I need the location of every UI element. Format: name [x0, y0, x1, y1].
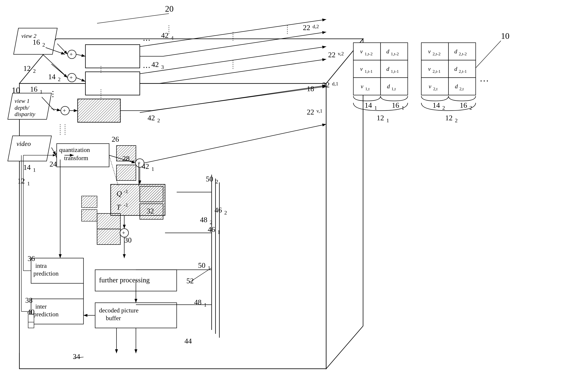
hatch-small-1: [82, 196, 97, 208]
label-quantization: quantization: [59, 146, 90, 153]
label-50-2: 50: [206, 175, 213, 183]
svg-text:d: d: [386, 48, 389, 55]
label-14-1: 14: [23, 163, 31, 171]
svg-text:v: v: [360, 66, 363, 72]
label-42-1-sub: 1: [151, 166, 154, 172]
hatch-box-3: [140, 186, 163, 202]
encoder-box-view2-top: [86, 45, 140, 68]
label-52: 52: [186, 277, 194, 285]
label-q-inv: Q: [116, 189, 122, 197]
svg-text:2: 2: [455, 117, 458, 124]
label-decoded: decoded picture: [99, 307, 138, 314]
label-42-2-sub: 2: [157, 117, 160, 124]
svg-text:1: 1: [386, 117, 389, 124]
label-22d1: 22: [322, 81, 330, 89]
plus-view2-bot: +: [70, 74, 73, 81]
svg-text:2,t: 2,t: [459, 86, 464, 91]
svg-text:v: v: [428, 66, 431, 72]
label-14-1-sub: 1: [33, 167, 36, 173]
svg-text:d: d: [387, 83, 390, 89]
label-22v1-sub: v,1: [316, 108, 323, 114]
grid-v2-d2: v 2,t-2 d 2,t-2 v 2,t-1 d 2,t-1 v 2,t d …: [421, 43, 489, 124]
hatch-box-5: [97, 213, 120, 229]
label-44: 44: [185, 337, 192, 345]
svg-text:14: 14: [365, 101, 372, 109]
label-50-2-sub: 2: [215, 179, 218, 184]
hatch-small-2: [82, 210, 97, 221]
svg-text:14: 14: [433, 101, 440, 109]
label-30: 30: [124, 236, 132, 244]
svg-text:1,t: 1,t: [365, 86, 370, 91]
label-34: 34: [73, 352, 80, 361]
svg-text:12: 12: [445, 114, 453, 122]
label-42-1: 42: [142, 162, 149, 170]
label-further-processing: further processing: [99, 276, 150, 284]
label-32: 32: [147, 207, 154, 215]
label-42-4: 42: [161, 31, 169, 39]
main-svg: 20 10 view 2 12 2 14 2 16 2 view 1 depth…: [0, 0, 571, 392]
label-46-1-sub: 1: [217, 229, 220, 235]
label-22d2: 22: [303, 24, 310, 32]
label-46-2-sub: 2: [224, 210, 227, 216]
label-48-2: 48: [200, 216, 207, 224]
label-22d1-sub: d,1: [332, 81, 338, 86]
label-16-2-sub: 2: [42, 42, 45, 48]
svg-text:12: 12: [377, 114, 384, 122]
label-q-inv-super: -1: [124, 189, 128, 194]
plus-view2-top: +: [70, 51, 73, 57]
svg-text:2,t-2: 2,t-2: [433, 51, 441, 56]
svg-text:1: 1: [374, 105, 377, 111]
svg-text:⋯: ⋯: [49, 90, 57, 98]
svg-text:d: d: [455, 83, 458, 89]
hatch-box-1: [116, 146, 136, 161]
svg-text:2,t-2: 2,t-2: [459, 51, 467, 56]
label-42-3: 42: [151, 60, 159, 69]
label-prediction-1: prediction: [33, 270, 59, 277]
label-14-2: 14: [48, 72, 56, 81]
svg-text:1,t-2: 1,t-2: [365, 51, 372, 56]
label-12-2-sub: 2: [33, 68, 36, 74]
label-48-2-sub: 2: [210, 219, 212, 225]
label-t-inv-super: -1: [124, 202, 128, 208]
plus-view1: +: [63, 107, 66, 113]
svg-text:v: v: [361, 83, 363, 89]
plus-42-1: +: [137, 159, 141, 166]
svg-rect-110: [28, 314, 34, 322]
label-36: 36: [28, 254, 35, 263]
label-48-1: 48: [194, 298, 201, 306]
label-16-2: 16: [33, 38, 40, 46]
svg-text:…: …: [480, 73, 489, 84]
label-42-2: 42: [148, 114, 155, 122]
label-transform: transform: [64, 154, 88, 161]
label-22v2-sub: v,2: [338, 51, 344, 56]
label-22v1: 22: [307, 108, 314, 116]
svg-text:1,t-1: 1,t-1: [391, 69, 399, 74]
label-inter: inter: [35, 303, 47, 310]
label-depth: depth/: [14, 104, 30, 111]
svg-text:2,t-1: 2,t-1: [433, 69, 441, 74]
hatch-box-2: [116, 165, 136, 181]
label-intra: intra: [35, 262, 47, 269]
plus-30: +: [122, 229, 125, 236]
label-20: 20: [165, 4, 173, 14]
label-42-3-sub: 3: [161, 64, 164, 70]
svg-text:2: 2: [442, 105, 445, 111]
label-disparity: disparity: [14, 111, 35, 117]
svg-text:1,t: 1,t: [391, 86, 396, 91]
label-video: video: [16, 140, 31, 147]
svg-text:v: v: [428, 48, 431, 55]
label-22d2-sub: d,2: [313, 24, 319, 29]
svg-text:v: v: [360, 48, 363, 55]
svg-text:⋯: ⋯: [143, 36, 150, 44]
label-prediction-2: prediction: [33, 311, 59, 318]
label-26: 26: [112, 135, 119, 143]
svg-text:16: 16: [392, 101, 399, 109]
svg-line-107: [476, 41, 501, 68]
svg-text:d: d: [454, 48, 457, 55]
diagram-container: 20 10 view 2 12 2 14 2 16 2 view 1 depth…: [0, 0, 571, 392]
label-16-1-sub: 1: [40, 89, 43, 95]
label-view1: view 1: [14, 98, 29, 104]
encoder-box-view1: [78, 99, 120, 122]
encoder-box-view2-bot: [86, 72, 140, 95]
label-38: 38: [25, 296, 33, 304]
